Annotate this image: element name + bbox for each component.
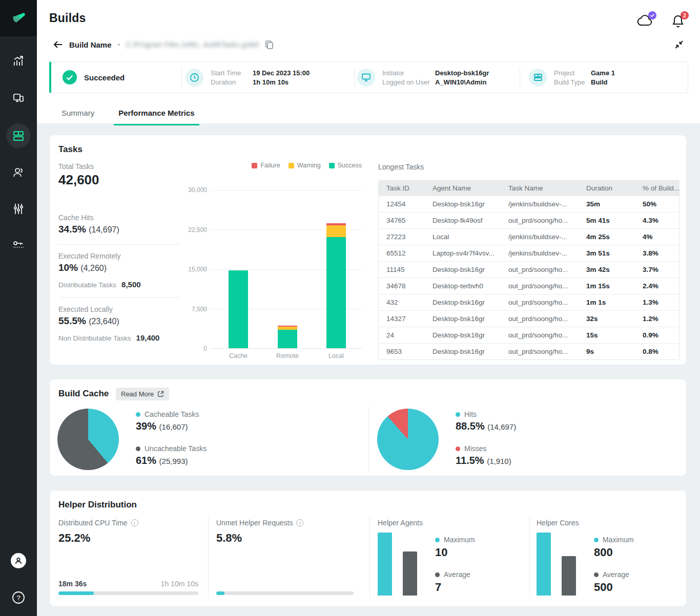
bar-cache[interactable] <box>229 189 248 348</box>
tab-summary[interactable]: Summary <box>57 104 99 125</box>
column-header[interactable]: Agent Name <box>425 184 501 192</box>
clock-icon <box>186 69 203 87</box>
table-cell: 27223 <box>379 233 425 241</box>
help-icon: ? <box>11 590 26 605</box>
table-row[interactable]: 12454Desktop-bsk16gr/jenkins/buildsev-..… <box>379 196 679 212</box>
field-value: Build <box>591 78 608 86</box>
total-tasks-label: Total Tasks <box>58 162 94 171</box>
helper-distribution-card: Helper Distribution Distributed CPU Time… <box>49 490 687 607</box>
cacheable-pie-chart[interactable] <box>57 409 119 470</box>
table-row[interactable]: 27223Local/jenkins/buildsev-...4m 25s4% <box>379 228 679 245</box>
license-key-icon <box>11 238 26 252</box>
longest-tasks-title: Longest Tasks <box>378 163 424 171</box>
column-header[interactable]: % of Build... <box>635 184 679 192</box>
sidebar-item-builds[interactable] <box>6 123 31 148</box>
page-title: Builds <box>49 11 86 25</box>
bar-segment-success <box>278 330 297 348</box>
sidebar-item-license[interactable] <box>6 232 31 257</box>
info-icon[interactable]: i <box>296 519 303 526</box>
misses-legend-value: 11.5% (1,910) <box>456 455 511 466</box>
distributed-cpu-time-value: 25.2% <box>58 532 90 545</box>
field-label: Project <box>554 69 591 77</box>
app-logo[interactable] <box>0 0 37 36</box>
field-label: Start Time <box>211 69 253 77</box>
table-cell: Desktop-bsk16gr <box>425 200 501 208</box>
agents-avg-bar <box>403 551 417 596</box>
table-row[interactable]: 9653Desktop-bsk16grout_prd/soong/ho...9s… <box>379 343 679 359</box>
table-cell: out_prd/soong/ho... <box>501 217 579 224</box>
external-link-icon <box>157 391 164 397</box>
table-cell: Local <box>425 233 501 241</box>
field-label: Duration <box>211 78 253 86</box>
x-tick-remote: Remote <box>267 352 308 359</box>
chart-legend: Failure Warning Success <box>211 162 362 169</box>
cores-avg-bar <box>562 556 576 596</box>
sidebar-item-agents[interactable] <box>6 86 31 111</box>
copy-button[interactable] <box>265 40 274 49</box>
collapse-panel-button[interactable] <box>674 40 684 51</box>
executed-remotely-value: 10% (4,260) <box>58 262 107 273</box>
table-cell: Desktop-fk49osf <box>425 217 501 224</box>
table-row[interactable]: 432Desktop-bsk16grout_prd/soong/ho...1m … <box>379 294 679 310</box>
column-header[interactable]: Task Name <box>501 184 579 192</box>
table-cell: out_prd/soong/ho... <box>501 299 579 306</box>
avatar-person-icon <box>14 556 23 565</box>
legend-item-warning: Warning <box>289 162 321 169</box>
breadcrumb-separator <box>118 44 120 46</box>
sidebar-item-settings[interactable] <box>6 197 31 221</box>
unmet-requests-progress-bar <box>216 591 354 595</box>
tasks-card: Tasks Total Tasks 42,600 Cache Hits 34.5… <box>49 135 687 365</box>
table-cell: 34678 <box>379 282 425 290</box>
helper-cores-label: Helper Cores <box>537 519 579 527</box>
info-icon[interactable]: i <box>131 519 138 526</box>
table-row[interactable]: 34765Desktop-fk49osfout_prd/soong/ho...5… <box>379 212 679 228</box>
unmet-helper-requests-label: Unmet Helper Requestsi <box>216 519 303 527</box>
table-cell: Desktop-bsk16gr <box>425 331 501 339</box>
time-group: Start Time19 Dec 2023 15:00 Duration1h 1… <box>186 62 310 93</box>
back-button[interactable] <box>53 40 63 49</box>
cache-hits-pie-chart[interactable] <box>377 409 439 470</box>
warning-swatch <box>289 163 294 168</box>
table-cell: 12454 <box>379 200 425 208</box>
table-cell: 15s <box>579 331 635 339</box>
column-header[interactable]: Task ID <box>379 184 425 192</box>
table-cell: 5m 41s <box>579 217 635 224</box>
field-value: 1h 10m 10s <box>253 78 289 86</box>
unmet-helper-requests-value: 5.8% <box>216 532 242 545</box>
table-cell: 65512 <box>379 249 425 257</box>
column-header[interactable]: Duration <box>579 184 635 192</box>
breadcrumb: Build Name C:\Program Files (x86)...buil… <box>53 39 274 50</box>
notifications-button[interactable]: 2 <box>671 14 685 31</box>
table-cell: out_prd/soong/ho... <box>501 348 579 355</box>
table-row[interactable]: 65512Laptop-sv4r7f4vsv.../jenkins/builds… <box>379 245 679 261</box>
user-avatar[interactable] <box>11 553 26 568</box>
bar-local[interactable] <box>326 189 346 348</box>
y-tick: 30,000 <box>176 186 207 194</box>
divider <box>369 517 370 598</box>
status-label: Succeeded <box>84 73 125 82</box>
sidebar-item-users[interactable] <box>6 160 31 185</box>
distributed-cpu-time-label: Distributed CPU Timei <box>58 519 138 527</box>
table-cell: 35m <box>579 200 635 208</box>
cloud-status-button[interactable] <box>637 14 653 30</box>
sidebar-item-dashboard[interactable] <box>6 49 31 74</box>
project-group: ProjectGame 1 Build TypeBuild <box>529 62 615 93</box>
table-cell: 3.7% <box>635 266 679 273</box>
executed-locally-label: Executed Locally <box>58 305 113 313</box>
table-row[interactable]: 11145Desktop-bsk16grout_prd/soong/ho...3… <box>379 261 679 278</box>
builds-icon <box>12 129 25 142</box>
cores-maximum-label: Maximum <box>594 536 634 544</box>
table-cell: 32s <box>579 315 635 323</box>
table-row[interactable]: 24Desktop-bsk16grout_prd/soong/ho...15s0… <box>379 327 679 343</box>
table-row[interactable]: 34678Desktop-terbvh0out_prd/soong/ho...1… <box>379 278 679 294</box>
project-grid-icon <box>529 69 547 87</box>
x-tick-cache: Cache <box>218 352 259 359</box>
table-row[interactable]: 14327Desktop-bsk16grout_prd/soong/ho...3… <box>379 310 679 327</box>
help-button[interactable]: ? <box>11 590 26 605</box>
cpu-time-progress-fill <box>58 591 94 595</box>
bar-remote[interactable] <box>278 189 297 348</box>
tab-performance-metrics[interactable]: Performance Metrics <box>114 104 199 125</box>
table-cell: 3m 51s <box>579 249 635 257</box>
divider <box>520 68 520 88</box>
read-more-button[interactable]: Read More <box>116 388 169 400</box>
